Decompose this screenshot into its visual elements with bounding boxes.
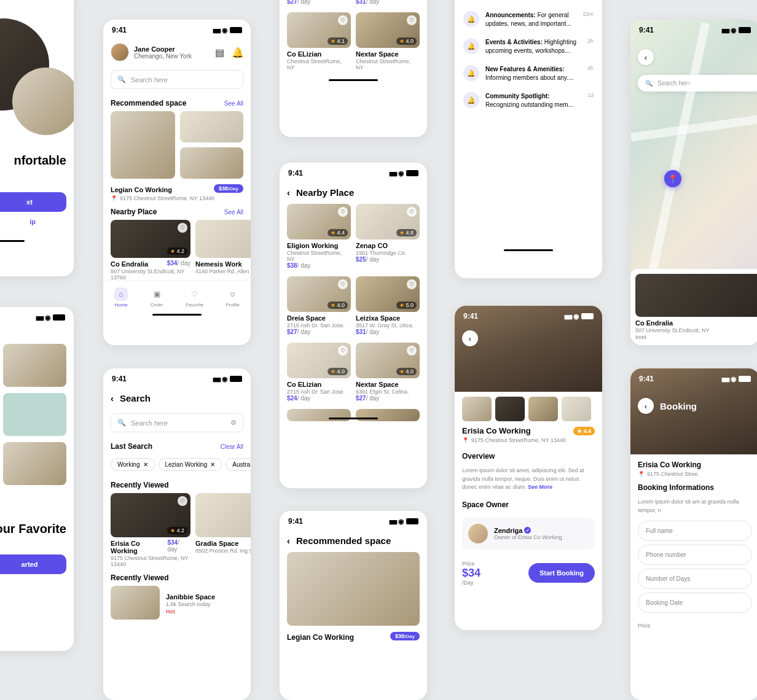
last-search-label: Last Search bbox=[111, 442, 152, 451]
bell-icon[interactable]: 🔔 bbox=[232, 47, 243, 58]
heart-icon[interactable]: ♡ bbox=[407, 207, 417, 217]
search-icon: 🔍 bbox=[117, 76, 126, 84]
get-started-button[interactable]: arted bbox=[0, 554, 66, 574]
rec-image-main[interactable] bbox=[111, 111, 175, 179]
search-chip[interactable]: Lezian Working✕ bbox=[159, 458, 222, 471]
map-card-image[interactable] bbox=[635, 274, 757, 317]
back-icon[interactable]: ‹ bbox=[287, 535, 290, 546]
thumb[interactable] bbox=[495, 397, 525, 421]
booking-body: Lorem ipsum dolor sit am at gravida null… bbox=[630, 496, 757, 517]
heart-icon[interactable]: ♡ bbox=[178, 223, 187, 233]
user-name: Jane Cooper bbox=[134, 45, 192, 53]
nav-favorite[interactable]: ♡Favorite bbox=[186, 287, 203, 308]
see-more-link[interactable]: See More bbox=[528, 484, 552, 490]
date-input[interactable]: Booking Date bbox=[638, 593, 752, 613]
owner-avatar bbox=[468, 524, 488, 543]
rec-image-3[interactable] bbox=[180, 147, 243, 179]
back-button[interactable]: ‹ bbox=[638, 49, 654, 65]
search-input[interactable]: 🔍 Search here bbox=[111, 70, 243, 89]
place-card[interactable]: ★5.0Leizixa Space3517 W. Gray St. Utica.… bbox=[356, 0, 420, 5]
recent-card[interactable]: ♡★4.2 Erisia Co Working$34/ day 9175 Che… bbox=[111, 493, 190, 567]
phone-input[interactable]: Phone number bbox=[638, 545, 752, 565]
thumb[interactable] bbox=[562, 397, 591, 421]
next-button[interactable]: xt bbox=[0, 192, 66, 212]
bell-icon: 🔔 bbox=[463, 38, 479, 54]
heart-icon[interactable]: ♡ bbox=[178, 496, 187, 506]
overview-label: Overview bbox=[455, 443, 602, 464]
place-card[interactable]: ♡★4.0Dreia Space2715 Ash Dr. San Jose.$2… bbox=[287, 276, 351, 335]
filter-icon[interactable]: ⚙ bbox=[230, 419, 237, 427]
place-card[interactable]: ♡★4.0Co ELizian2715 Ash Dr. San Jose.$24… bbox=[287, 343, 351, 402]
rating-pill: ★4.4 bbox=[573, 427, 595, 435]
back-icon[interactable]: ‹ bbox=[287, 187, 290, 198]
back-button[interactable]: ‹ bbox=[462, 330, 478, 346]
chat-icon[interactable]: ▤ bbox=[214, 47, 225, 58]
heart-icon[interactable]: ♡ bbox=[338, 346, 348, 356]
place-card[interactable]: ♡★4.0Nextar Space6391 Elgin St. Celina.$… bbox=[356, 343, 420, 402]
notif-row[interactable]: 🔔Community Spotlight: Recognizing outsta… bbox=[455, 87, 602, 114]
place-card[interactable]: ★4.0Dreia Space2715 Ash Dr. San Jose.$27… bbox=[287, 0, 351, 5]
signal-icon bbox=[36, 313, 43, 322]
close-icon[interactable]: ✕ bbox=[143, 461, 148, 468]
nav-home[interactable]: ⌂Home bbox=[114, 287, 128, 308]
onboard2-title: Your Favorite bbox=[0, 522, 66, 536]
nearby-card[interactable]: ♡ Nemesis Work 4140 Parker Rd. Allen bbox=[195, 220, 251, 281]
place-card[interactable]: ♡★4.4Eligion WorkingChestnut StreetRome,… bbox=[287, 204, 351, 269]
owner-card[interactable]: Zendriga✓ Owner of Erisia Co Working bbox=[462, 518, 595, 550]
search-input[interactable]: 🔍Search here ⚙ bbox=[111, 413, 243, 432]
back-button[interactable]: ‹ bbox=[638, 398, 654, 414]
pin-icon: 📍 bbox=[462, 437, 469, 443]
heart-icon[interactable]: ♡ bbox=[407, 346, 417, 356]
battery-icon bbox=[230, 27, 242, 33]
fullname-input[interactable]: Full name bbox=[638, 521, 752, 541]
user-avatar[interactable] bbox=[111, 43, 129, 61]
place-card[interactable]: ♡★4.8Zenap CO1901 Thornridge Cir.$25/ da… bbox=[356, 204, 420, 269]
rec-hero-image[interactable] bbox=[287, 552, 420, 626]
recently-viewed-label: Recently Viewed bbox=[103, 475, 251, 493]
close-icon[interactable]: ✕ bbox=[210, 461, 215, 468]
place-card[interactable]: ♡★4.1Co ELizianChestnut StreetRome, NY bbox=[287, 12, 351, 71]
search-placeholder: Search here bbox=[131, 76, 168, 84]
bell-icon: 🔔 bbox=[463, 92, 479, 108]
rec-title: Legian Co Working bbox=[287, 633, 354, 642]
map-pin[interactable]: 📍 bbox=[664, 170, 681, 187]
user-location: Chenango, New York bbox=[134, 53, 192, 60]
start-booking-button[interactable]: Start Booking bbox=[528, 563, 595, 583]
nearby-card[interactable]: ♡★4.2 Co Endralia$34/ day 507 University… bbox=[111, 220, 190, 281]
days-input[interactable]: Number of Days bbox=[638, 569, 752, 589]
thumb[interactable] bbox=[462, 397, 492, 421]
overview-text: Lorem ipsum dolor sit amet, adipiscing e… bbox=[462, 467, 584, 490]
heart-icon: ♡ bbox=[188, 287, 202, 301]
thumb[interactable] bbox=[528, 397, 558, 421]
heart-icon[interactable]: ♡ bbox=[338, 279, 348, 289]
recent-card[interactable]: Gradia Space 8502 Preston Rd. Ing 98380 bbox=[195, 493, 251, 567]
booking-info-label: Booking Informations bbox=[630, 477, 757, 496]
rec-image-2[interactable] bbox=[180, 111, 243, 142]
owner-sub: Owner of Erisia Co Working bbox=[494, 534, 562, 540]
user-icon: ☺ bbox=[226, 287, 240, 301]
search-chip[interactable]: Australia bbox=[226, 458, 251, 471]
place-card[interactable]: ♡★5.0Leizixa Space3517 W. Gray St. Utica… bbox=[356, 276, 420, 335]
search-chip[interactable]: Working✕ bbox=[111, 458, 155, 471]
notif-row[interactable]: 🔔New Features & Amenities: Informing mem… bbox=[455, 60, 602, 87]
skip-button[interactable]: ip bbox=[29, 218, 66, 225]
see-all-link[interactable]: See All bbox=[224, 100, 243, 107]
space-owner-label: Space Owner bbox=[455, 494, 602, 513]
search-icon: 🔍 bbox=[645, 80, 653, 87]
back-icon[interactable]: ‹ bbox=[111, 393, 114, 403]
heart-icon[interactable]: ♡ bbox=[338, 207, 348, 217]
place-card[interactable]: ♡★4.0Nextar SpaceChestnut StreetRome, NY bbox=[356, 12, 420, 71]
search-icon: 🔍 bbox=[117, 419, 126, 427]
rec-address: 9175 Chestnut StreetRome, NY 13440 bbox=[120, 195, 214, 201]
card-title: Nemesis Work bbox=[195, 260, 251, 268]
recent-thumb[interactable] bbox=[111, 586, 160, 620]
see-all-link[interactable]: See All bbox=[224, 209, 243, 216]
heart-icon[interactable]: ♡ bbox=[407, 279, 417, 289]
notif-row[interactable]: 🔔Events & Activities: Highlighting upcom… bbox=[455, 33, 602, 60]
nav-profile[interactable]: ☺Profile bbox=[226, 287, 240, 308]
clear-all-link[interactable]: Clear All bbox=[221, 443, 243, 450]
hot-badge: Hot bbox=[166, 609, 215, 615]
wifi-icon bbox=[222, 26, 228, 34]
notif-row[interactable]: 🔔Announcements: For general updates, new… bbox=[455, 6, 602, 33]
nav-order[interactable]: ▣Order bbox=[150, 287, 163, 308]
